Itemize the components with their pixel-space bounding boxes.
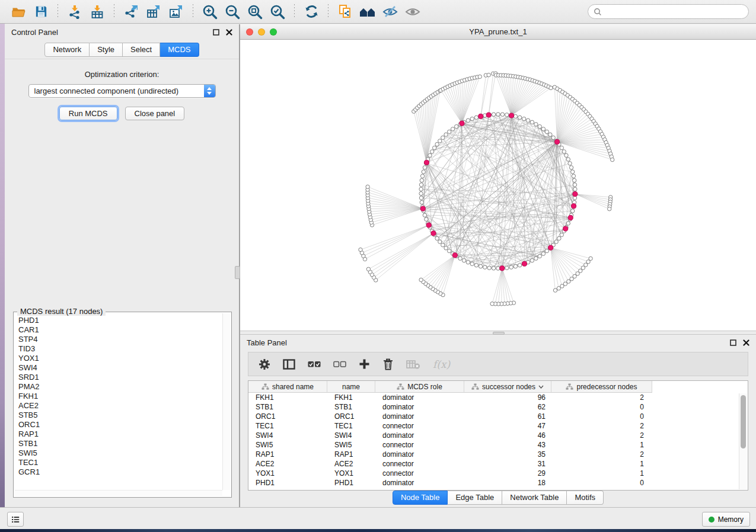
network-node[interactable] — [557, 287, 560, 290]
table-scroll-thumb[interactable] — [741, 395, 746, 448]
tab-select[interactable]: Select — [123, 43, 160, 57]
network-hub-node[interactable] — [479, 114, 483, 118]
network-node[interactable] — [490, 302, 494, 306]
network-node[interactable] — [438, 139, 442, 143]
tab-network[interactable]: Network — [44, 43, 90, 57]
network-node[interactable] — [568, 162, 572, 165]
tab-node-table[interactable]: Node Table — [393, 491, 448, 505]
hide-selected-button[interactable] — [379, 2, 401, 21]
table-row[interactable]: FKH1FKH1dominator962 — [248, 393, 739, 402]
mcds-result-item[interactable]: YOX1 — [18, 354, 222, 363]
close-panel-button[interactable]: Close panel — [125, 107, 185, 120]
show-column-panel-button[interactable] — [283, 359, 295, 370]
mcds-result-item[interactable]: ORC1 — [18, 420, 222, 430]
delete-table-button[interactable] — [406, 360, 420, 369]
apply-layout-button[interactable] — [300, 2, 323, 21]
network-canvas[interactable] — [240, 40, 756, 331]
network-node[interactable] — [430, 150, 434, 153]
network-node[interactable] — [566, 222, 570, 225]
close-panel-icon[interactable] — [226, 29, 232, 36]
network-node[interactable] — [560, 146, 563, 149]
table-row[interactable]: SWI5SWI5connector431 — [248, 440, 739, 450]
table-row[interactable]: TEC1TEC1connector472 — [248, 421, 739, 431]
window-zoom-icon[interactable] — [270, 28, 277, 36]
tab-network-table[interactable]: Network Table — [502, 491, 567, 505]
network-search-box[interactable] — [588, 4, 749, 19]
select-all-columns-button[interactable] — [308, 361, 321, 368]
window-minimize-icon[interactable] — [258, 28, 265, 36]
mcds-result-item[interactable]: ACE2 — [18, 401, 222, 411]
network-node[interactable] — [573, 178, 576, 182]
network-node[interactable] — [470, 262, 474, 265]
network-hub-node[interactable] — [426, 223, 431, 227]
network-node[interactable] — [466, 261, 470, 264]
network-hub-node[interactable] — [452, 253, 457, 258]
network-node[interactable] — [551, 136, 555, 139]
table-row[interactable]: SWI4SWI4dominator462 — [248, 431, 739, 440]
network-node[interactable] — [441, 243, 445, 246]
mcds-result-item[interactable]: STB1 — [18, 439, 222, 448]
network-node[interactable] — [479, 264, 482, 268]
run-mcds-button[interactable]: Run MCDS — [59, 107, 117, 120]
network-node[interactable] — [573, 183, 576, 187]
show-all-button[interactable] — [401, 2, 424, 21]
network-hub-node[interactable] — [555, 139, 560, 144]
network-node[interactable] — [470, 117, 474, 120]
network-node[interactable] — [548, 133, 552, 136]
network-hub-node[interactable] — [460, 121, 464, 126]
network-node[interactable] — [458, 257, 462, 260]
table-row[interactable]: RAP1RAP1dominator352 — [248, 450, 739, 459]
import-table-button[interactable] — [86, 2, 109, 21]
mcds-result-item[interactable]: SWI4 — [18, 363, 222, 373]
tab-style[interactable]: Style — [90, 43, 123, 57]
network-node[interactable] — [444, 133, 448, 136]
network-node[interactable] — [419, 278, 423, 281]
network-node[interactable] — [433, 146, 436, 149]
network-node[interactable] — [455, 124, 458, 128]
import-network-button[interactable] — [63, 2, 86, 21]
network-node[interactable] — [492, 267, 495, 270]
network-node[interactable] — [492, 113, 495, 116]
new-network-from-selection-button[interactable] — [334, 2, 356, 21]
network-node[interactable] — [554, 240, 558, 243]
network-node[interactable] — [448, 249, 451, 252]
network-node[interactable] — [557, 236, 561, 240]
network-node[interactable] — [444, 246, 448, 250]
network-node[interactable] — [420, 178, 423, 182]
network-hub-node[interactable] — [522, 261, 527, 266]
network-node[interactable] — [518, 116, 521, 119]
zoom-fit-button[interactable] — [244, 2, 266, 21]
table-settings-button[interactable] — [259, 358, 270, 370]
network-node[interactable] — [420, 174, 424, 178]
export-table-button[interactable] — [142, 2, 165, 21]
network-node[interactable] — [562, 150, 566, 153]
mcds-result-item[interactable]: TID3 — [18, 344, 222, 354]
mcds-result-item[interactable]: FKH1 — [18, 392, 222, 401]
network-node[interactable] — [560, 233, 563, 236]
network-node[interactable] — [518, 264, 521, 267]
mcds-result-item[interactable]: PHD1 — [18, 316, 222, 325]
network-hub-node[interactable] — [509, 113, 514, 118]
mcds-result-item[interactable]: SRD1 — [18, 373, 222, 382]
column-header-successor-nodes[interactable]: successor nodes — [464, 381, 551, 393]
search-input[interactable] — [605, 7, 743, 17]
mcds-result-item[interactable]: RAP1 — [18, 430, 222, 439]
network-node[interactable] — [474, 264, 478, 267]
mcds-result-item[interactable]: SWI5 — [18, 448, 222, 458]
table-row[interactable]: YOX1YOX1connector291 — [248, 469, 739, 478]
network-node[interactable] — [545, 130, 548, 133]
tab-motifs[interactable]: Motifs — [567, 491, 604, 505]
network-node[interactable] — [513, 114, 517, 118]
network-hub-node[interactable] — [424, 160, 429, 165]
network-node[interactable] — [530, 259, 534, 262]
mcds-list-hscrollbar[interactable] — [15, 490, 222, 496]
network-node[interactable] — [608, 207, 611, 211]
float-panel-icon[interactable] — [213, 29, 219, 36]
network-node[interactable] — [611, 158, 614, 161]
network-node[interactable] — [569, 166, 573, 169]
vertical-splitter-handle[interactable] — [235, 266, 240, 279]
delete-column-button[interactable] — [382, 358, 394, 370]
mcds-result-item[interactable]: TEC1 — [18, 458, 222, 467]
column-header-MCDS-role[interactable]: MCDS role — [375, 381, 464, 393]
network-window-titlebar[interactable]: YPA_prune.txt_1 — [240, 24, 756, 40]
